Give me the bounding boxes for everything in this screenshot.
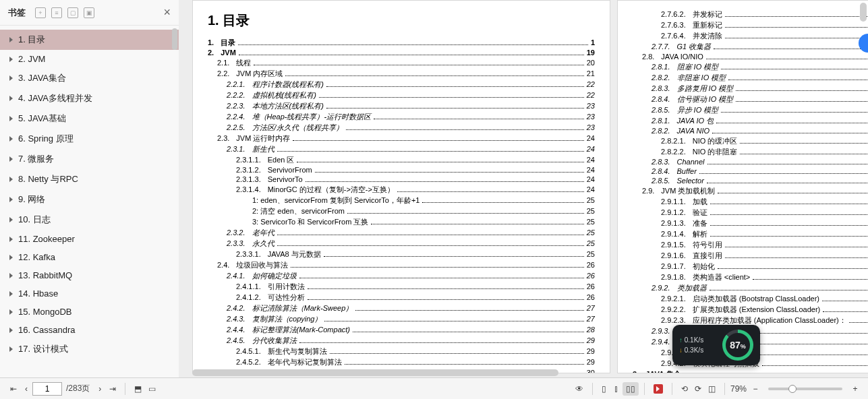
toc-entry[interactable]: 2.JVM19 [208, 49, 595, 57]
toc-entry[interactable]: 2.9.1.6.直接引用 [633, 251, 868, 261]
toc-entry[interactable]: 2.8.5.Selector [633, 177, 868, 185]
toc-entry[interactable]: 2.3.1.1.Eden 区24 [208, 155, 595, 165]
zoom-knob[interactable] [788, 385, 797, 393]
sidebar-item[interactable]: 12. Kafka [0, 248, 179, 266]
toc-entry[interactable]: 2.9.2.3.应用程序类加载器 (Application ClassLoade… [633, 315, 868, 326]
bookmark-expand-icon[interactable]: ▢ [67, 7, 78, 18]
sidebar-item[interactable]: 14. Hbase [0, 284, 179, 303]
toc-entry[interactable]: 2.8.3.Channel [633, 158, 868, 166]
sidebar-item[interactable]: 16. Cassandra [0, 321, 179, 339]
toc-entry[interactable]: 2.8.2.2.NIO 的非阻塞 [633, 147, 868, 157]
toc-entry[interactable]: 2.2.3.本地方法区(线程私有)23 [208, 101, 595, 111]
crop-icon[interactable]: ◫ [705, 382, 719, 396]
toc-entry[interactable]: 2.9.1.3.准备 [633, 218, 868, 228]
show-hide-icon[interactable]: 👁 [572, 382, 587, 396]
toc-entry[interactable]: 2.8.2.非阻塞 IO 模型 [633, 73, 868, 83]
toc-entry[interactable]: 2.3.1.3.ServivorTo24 [208, 175, 595, 184]
toc-entry[interactable]: 2.3.1.新生代24 [208, 144, 595, 154]
toc-entry[interactable]: 2.4.3.复制算法（copying）27 [208, 314, 595, 324]
sidebar-close-button[interactable]: × [163, 5, 171, 20]
toc-entry[interactable]: 2.4.2.标记清除算法（Mark-Sweep）27 [208, 303, 595, 313]
zoom-out-button[interactable]: − [749, 382, 761, 396]
sidebar-item[interactable]: 7. 微服务 [0, 149, 179, 169]
network-speed-widget[interactable]: ↑ 0.1K/s ↓ 0.3K/s 87% [672, 325, 760, 365]
toc-entry[interactable]: 1: eden、servicorFrom 复制到 ServicorTo，年龄+1… [208, 195, 595, 206]
toc-entry[interactable]: 2.4.1.1.引用计数法26 [208, 282, 595, 292]
toc-entry[interactable]: 2.4.1.如何确定垃圾26 [208, 271, 595, 281]
toc-entry[interactable]: 2.8.5.异步 IO 模型 [633, 105, 868, 115]
sidebar-item[interactable]: 5. JAVA基础 [0, 109, 179, 129]
toc-entry[interactable]: 2.8.2.JAVA NIO [633, 127, 868, 135]
toc-entry[interactable]: 2.8.4.Buffer [633, 167, 868, 176]
zoom-in-button[interactable]: + [849, 382, 861, 396]
bookmark-collapse-icon[interactable]: ▣ [84, 7, 94, 18]
doc-horizontal-scrollbar[interactable] [192, 369, 859, 376]
toc-entry[interactable]: 2.8.2.1.NIO 的缓冲区 [633, 136, 868, 146]
next-page-button[interactable]: › [94, 382, 106, 396]
zoom-slider[interactable] [768, 388, 842, 390]
sidebar-item[interactable]: 13. RabbitMQ [0, 266, 179, 284]
toc-entry[interactable]: 2: 清空 eden、servicorFrom25 [208, 206, 595, 216]
toc-entry[interactable]: 2.8.JAVA IO/NIO [633, 53, 868, 61]
toc-entry[interactable]: 2.9.1.5.符号引用 [633, 240, 868, 250]
toc-entry[interactable]: 2.2.2.虚拟机栈(线程私有)22 [208, 90, 595, 100]
toc-entry[interactable]: 2.9.2.2.扩展类加载器 (Extension ClassLoader) [633, 305, 868, 315]
rotate-right-icon[interactable]: ⟳ [691, 382, 705, 396]
toc-entry[interactable]: 2.8.1.阻塞 IO 模型 [633, 62, 868, 72]
toc-entry[interactable]: 2.7.6.4.并发清除 [633, 31, 868, 41]
rotate-left-icon[interactable]: ⟲ [678, 382, 691, 396]
toc-entry[interactable]: 3: ServicorTo 和 ServicorFrom 互换25 [208, 217, 595, 227]
single-page-icon[interactable]: ▯ [598, 382, 610, 396]
toc-entry[interactable]: 2.9.1.2.验证 [633, 208, 868, 218]
toc-entry[interactable]: 2.7.6.2.并发标记 [633, 9, 868, 20]
prev-page-button[interactable]: ‹ [20, 382, 32, 396]
sidebar-item[interactable]: 9. 网络 [0, 189, 179, 210]
toc-entry[interactable]: 2.7.6.3.重新标记 [633, 20, 868, 30]
toc-entry[interactable]: 2.3.1.2.ServivorFrom24 [208, 166, 595, 175]
toc-entry[interactable]: 2.9.1.8.类构造器 <client> [633, 272, 868, 282]
continuous-icon[interactable]: ⫿ [610, 382, 623, 396]
sidebar-item[interactable]: 11. Zookeeper [0, 230, 179, 248]
sidebar-item[interactable]: 17. 设计模式 [0, 339, 179, 359]
toc-entry[interactable]: 2.3.JVM 运行时内存24 [208, 133, 595, 144]
sidebar-item[interactable]: 2. JVM [0, 50, 179, 68]
doc-vertical-scrollbar[interactable] [860, 3, 867, 367]
toc-entry[interactable]: 2.2.5.方法区/永久代（线程共享）23 [208, 123, 595, 133]
toc-entry[interactable]: 2.4.1.2.可达性分析26 [208, 293, 595, 303]
toc-entry[interactable]: 1.目录1 [208, 38, 595, 48]
toc-entry[interactable]: 2.9.JVM 类加载机制 [633, 186, 868, 196]
sidebar-item[interactable]: 3. JAVA集合 [0, 68, 179, 88]
page-input[interactable] [32, 382, 62, 396]
toc-entry[interactable]: 2.3.3.永久代25 [208, 239, 595, 249]
toc-entry[interactable]: 2.4.5.1.新生代与复制算法29 [208, 346, 595, 357]
toc-entry[interactable]: 2.4.5.分代收集算法29 [208, 336, 595, 346]
toc-entry[interactable]: 2.1.线程20 [208, 58, 595, 68]
toc-entry[interactable]: 2.3.1.4.MinorGC 的过程（复制->清空->互换）24 [208, 185, 595, 195]
sidebar-scrollbar[interactable] [172, 27, 177, 375]
toc-entry[interactable]: 2.2.4.堆（Heap-线程共享）-运行时数据区23 [208, 112, 595, 122]
last-page-button[interactable]: ⇥ [106, 382, 119, 396]
first-page-button[interactable]: ⇤ [7, 382, 20, 396]
fit-page-icon[interactable]: ⬒ [131, 382, 145, 396]
fit-width-icon[interactable]: ▭ [145, 382, 159, 396]
toc-entry[interactable]: 2.9.2.1.启动类加载器 (Bootstrap ClassLoader) [633, 294, 868, 304]
toc-entry[interactable]: 2.3.2.老年代25 [208, 228, 595, 238]
toc-entry[interactable]: 2.9.1.4.解析 [633, 229, 868, 239]
sidebar-item[interactable]: 6. Spring 原理 [0, 129, 179, 149]
bookmark-list-icon[interactable]: ≡ [51, 7, 62, 18]
toc-entry[interactable]: 2.8.4.信号驱动 IO 模型 [633, 94, 868, 104]
toc-entry[interactable]: 2.4.5.2.老年代与标记复制算法29 [208, 357, 595, 367]
sidebar-item[interactable]: 1. 目录 [0, 30, 179, 50]
toc-entry[interactable]: 2.4.4.标记整理算法(Mark-Compact)28 [208, 325, 595, 335]
slideshow-button[interactable] [650, 382, 666, 396]
toc-entry[interactable]: 2.8.3.多路复用 IO 模型 [633, 84, 868, 94]
sidebar-item[interactable]: 8. Netty 与RPC [0, 169, 179, 189]
bookmark-add-icon[interactable]: + [35, 7, 46, 18]
sidebar-item[interactable]: 10. 日志 [0, 210, 179, 230]
toc-entry[interactable]: 2.3.3.1.JAVA8 与元数据25 [208, 249, 595, 259]
sidebar-item[interactable]: 15. MongoDB [0, 303, 179, 321]
toc-entry[interactable]: 2.2.1.程序计数器(线程私有)22 [208, 80, 595, 90]
two-page-icon[interactable]: ▯▯ [623, 382, 639, 396]
toc-entry[interactable]: 2.9.1.1.加载 [633, 197, 868, 207]
sidebar-item[interactable]: 4. JAVA多线程并发 [0, 88, 179, 109]
